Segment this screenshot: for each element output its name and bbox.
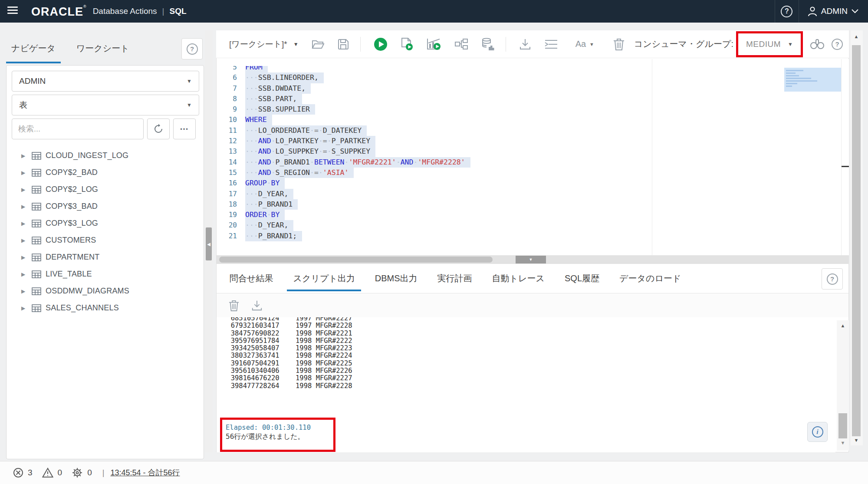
output-row: 395610340406 1998 MFGR#2226 [217, 367, 835, 375]
sql-monitor-button[interactable] [481, 38, 494, 51]
page-scrollbar-thumb[interactable] [852, 45, 861, 436]
row-count-message: 56行が選択されました。 [226, 432, 333, 441]
help-icon: ? [187, 43, 198, 55]
user-menu[interactable]: ADMIN [799, 6, 868, 16]
expand-icon[interactable]: ▶ [21, 204, 29, 210]
explain-plan-button[interactable] [427, 38, 441, 51]
results-tab-5[interactable]: SQL履歴 [559, 266, 605, 291]
process-count[interactable]: 0 [72, 467, 92, 478]
sidebar-collapse-handle[interactable]: ◀ [206, 227, 212, 260]
expand-icon[interactable]: ▶ [21, 187, 29, 193]
autotrace-button[interactable] [454, 38, 468, 50]
search-input[interactable] [12, 119, 144, 139]
table-tree-item[interactable]: ▶ COPY$3_BAD [12, 198, 198, 215]
table-tree-item[interactable]: ▶ CUSTOMERS [12, 232, 198, 249]
sidebar-tab-0[interactable]: ナビゲータ [6, 36, 61, 63]
results-tab-3[interactable]: 実行計画 [431, 266, 478, 291]
warning-count[interactable]: 0 [42, 468, 62, 478]
run-statement-button[interactable] [374, 37, 388, 51]
last-run-link[interactable]: 13:45:54 - 合計56行 [110, 468, 180, 478]
expand-icon[interactable]: ▶ [21, 221, 29, 227]
text-size-button[interactable]: Aa ▼ [561, 39, 594, 49]
download-icon [251, 300, 263, 311]
results-tab-6[interactable]: データのロード [613, 266, 687, 291]
error-count-value: 3 [28, 468, 33, 477]
results-help-button[interactable]: ? [822, 268, 843, 290]
table-tree-item[interactable]: ▶ DEPARTMENT [12, 249, 198, 266]
download-button[interactable] [519, 38, 531, 50]
scroll-up-icon[interactable]: ▲ [850, 34, 863, 39]
scroll-down-icon[interactable]: ▼ [837, 440, 849, 445]
sidebar-help-button[interactable]: ? [181, 38, 203, 59]
results-tab-4[interactable]: 自動トレース [486, 266, 551, 291]
line-number: 17 [217, 189, 245, 199]
object-type-select[interactable]: 表 ▼ [12, 95, 199, 115]
output-scrollbar-thumb[interactable] [838, 413, 847, 438]
user-name: ADMIN [821, 7, 848, 16]
line-number: 6 [217, 72, 245, 83]
table-tree-item[interactable]: ▶ COPY$2_BAD [12, 164, 198, 181]
editor-horizontal-scrollbar[interactable] [219, 257, 493, 263]
results-tab-1[interactable]: スクリプト出力 [287, 266, 361, 291]
results-tabs: 問合せ結果スクリプト出力DBMS出力実行計画自動トレースSQL履歴データのロード [217, 266, 848, 293]
serial-execution-button[interactable] [544, 39, 558, 50]
output-row: 395976951784 1998 MFGR#2222 [217, 337, 835, 345]
table-tree-item[interactable]: ▶ OSDDMW_DIAGRAMS [12, 283, 198, 300]
scroll-down-icon[interactable]: ▼ [850, 438, 863, 443]
table-icon [32, 203, 41, 211]
line-number: 16 [217, 178, 245, 188]
worksheet-help-button[interactable]: ? [832, 39, 843, 50]
table-tree-item[interactable]: ▶ CLOUD_INGEST_LOG [12, 147, 198, 164]
table-name: LIVE_TABLE [46, 270, 92, 279]
find-button[interactable] [810, 39, 825, 50]
sql-editor[interactable]: 5FROM 6···SSB.LINEORDER, 7···SSB.DWDATE,… [217, 66, 841, 255]
expand-icon[interactable]: ▶ [21, 254, 29, 260]
code-line-7: 7···SSB.DWDATE, [217, 83, 841, 94]
expand-icon[interactable]: ▶ [21, 153, 29, 159]
process-count-value: 0 [87, 468, 92, 477]
output-row: 393425058407 1998 MFGR#2223 [217, 345, 835, 352]
clear-output-button[interactable] [229, 300, 239, 312]
table-tree-item[interactable]: ▶ SALES_CHANNELS [12, 300, 198, 316]
refresh-button[interactable] [147, 119, 170, 139]
table-name: CLOUD_INGEST_LOG [46, 151, 128, 160]
output-row: 391607504291 1998 MFGR#2225 [217, 360, 835, 367]
consumer-group-select[interactable]: MEDIUM ▼ [736, 31, 803, 57]
table-tree-item[interactable]: ▶ COPY$2_LOG [12, 181, 198, 198]
clear-worksheet-button[interactable] [613, 38, 625, 51]
error-count[interactable]: 3 [13, 468, 33, 478]
expand-icon[interactable]: ▶ [21, 170, 29, 176]
results-tab-0[interactable]: 問合せ結果 [224, 266, 279, 291]
expand-icon[interactable]: ▶ [21, 237, 29, 244]
run-script-button[interactable] [401, 37, 414, 51]
queue-list-icon [544, 39, 558, 50]
table-tree-item[interactable]: ▶ COPY$3_LOG [12, 215, 198, 232]
worksheet-name-dropdown[interactable]: [ワークシート]* [229, 39, 287, 50]
scroll-up-icon[interactable]: ▲ [837, 323, 849, 328]
splitter-handle[interactable]: ▼ [516, 256, 546, 263]
caret-down-icon[interactable]: ▼ [293, 41, 299, 47]
more-actions-button[interactable]: ••• [173, 119, 196, 139]
line-number: 10 [217, 115, 245, 125]
minimap-selection[interactable] [784, 68, 842, 92]
download-output-button[interactable] [251, 300, 263, 311]
line-number: 15 [217, 168, 245, 178]
overview-ruler-mark [842, 166, 849, 167]
expand-icon[interactable]: ▶ [21, 271, 29, 277]
expand-icon[interactable]: ▶ [21, 288, 29, 294]
header-help-button[interactable]: ? [775, 6, 799, 17]
line-number: 11 [217, 125, 245, 136]
table-tree-item[interactable]: ▶ LIVE_TABLE [12, 266, 198, 283]
sidebar-tab-1[interactable]: ワークシート [71, 36, 135, 63]
consumer-group-label: コンシューマ・グループ: [634, 38, 733, 50]
output-info-button[interactable]: i [807, 422, 828, 442]
collapse-left-icon: ◀ [207, 242, 210, 247]
schema-select[interactable]: ADMIN ▼ [12, 71, 199, 92]
hamburger-menu-icon[interactable] [0, 5, 25, 18]
output-row: 398164676220 1998 MFGR#2227 [217, 375, 835, 382]
line-number: 19 [217, 210, 245, 220]
open-file-button[interactable] [312, 39, 325, 50]
save-button[interactable] [338, 39, 349, 50]
expand-icon[interactable]: ▶ [21, 305, 29, 311]
results-tab-2[interactable]: DBMS出力 [369, 266, 424, 291]
